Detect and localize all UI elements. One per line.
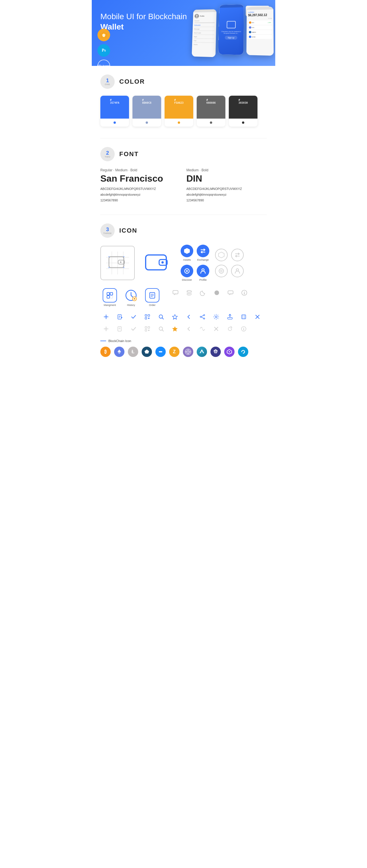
assets-icon-outline [215,249,228,261]
icon-section: 3 THREE ICON [101,223,266,357]
svg-rect-57 [148,318,149,319]
swatch-gray: #666666 [197,96,225,127]
svg-rect-55 [148,314,150,316]
svg-point-17 [108,267,110,268]
svg-marker-26 [219,252,224,258]
assets-label: Assets [183,258,191,261]
svg-rect-56 [145,317,147,319]
icon-title: ICON [119,227,137,234]
upload-icon[interactable] [225,312,234,321]
assets-icon [181,245,193,257]
section-1-badge: 1 ONE [101,74,115,89]
swatch-dark: #303030 [229,96,257,127]
color-section-header: 1 ONE COLOR [101,74,266,89]
svg-point-28 [221,270,222,272]
font-din: Medium · Bold DIN ABCDEFGHIJKLMNOPQRSTUV… [186,168,266,203]
assets-icon-item: Assets [181,245,193,261]
sf-name: San Francisco [101,173,181,184]
grid-icon [183,347,193,357]
hero-title: Mobile UI for Blockchain Wallet [101,11,192,32]
qr-icon[interactable] [143,312,152,321]
plus-icon[interactable] [102,312,111,321]
main-content: 1 ONE COLOR #3574FA #8DA0C8 #F5A623 #666… [92,66,275,374]
profile-icon [197,265,209,277]
svg-marker-84 [173,327,177,332]
blockchain-label-text: BlockChain Icon [108,339,131,343]
blockchain-line [101,341,106,341]
close-icon[interactable] [253,312,262,321]
nav-icons-filled: Assets Exchange [181,245,209,281]
svg-point-29 [236,269,238,271]
divider-2 [101,215,266,215]
icon-filled-wallet [140,246,175,280]
svg-rect-41 [173,290,178,294]
font-title: FONT [119,150,139,158]
polygon-icon [224,347,234,357]
plus-icon-gray [102,324,111,334]
profile-icon-item: Profile [197,265,209,281]
svg-point-16 [123,256,124,257]
svg-rect-32 [107,296,110,298]
svg-line-65 [201,315,204,316]
star-icon[interactable] [170,312,179,321]
swatch-blue: #3574FA [101,96,129,127]
din-chars: ABCDEFGHIJKLMNOPQRSTUVWXYZ abcdefghijklm… [186,186,266,203]
svg-rect-81 [148,330,149,331]
svg-point-36 [134,298,135,300]
utility-icons-row-blue [101,312,266,321]
svg-point-105 [229,351,230,352]
ethereum-icon [114,347,124,357]
icon-construction-area: Assets Exchange [101,245,266,281]
utility-icons-row-gray [101,324,266,334]
search-icon-gray [157,324,166,334]
svg-point-63 [200,316,201,317]
management-label: Mangment [104,304,116,307]
phone-2: Characters may be mastered in the good m… [218,4,244,55]
share-icon[interactable] [198,312,207,321]
search-icon[interactable] [157,312,166,321]
svg-point-42 [187,290,192,292]
svg-point-24 [186,270,188,272]
font-section-header: 2 TWO FONT [101,147,266,161]
section-3-badge: 3 THREE [101,223,115,238]
nano-icon [142,347,152,357]
bitcoin-icon: ₿ [101,347,111,357]
font-section: 2 TWO FONT Regular · Medium · Bold San F… [101,147,266,203]
star-icon-highlight [170,324,179,334]
chevron-left-icon[interactable] [184,312,193,321]
discover-icon-outline [215,265,228,277]
discover-label: Discover [182,278,192,281]
svg-rect-80 [145,330,147,331]
phone-3: myWallet $6,297,502.12 ... 12-298 BTC +1… [246,7,274,56]
circle-icon [212,288,221,297]
document-edit-icon[interactable] [115,312,124,321]
settings-icon[interactable] [211,312,221,321]
font-sf: Regular · Medium · Bold San Francisco AB… [101,168,181,203]
exchange-icon [197,245,209,257]
svg-point-21 [162,261,164,264]
svg-marker-22 [184,248,190,254]
qr-icon-gray [143,324,152,334]
check-icon-gray [129,324,138,334]
checkmark-icon[interactable] [129,312,138,321]
sketch-badge [97,29,110,41]
svg-point-18 [123,267,124,268]
crypto-icons-row: ₿ Ł Z [101,347,266,357]
color-section: 1 ONE COLOR #3574FA #8DA0C8 #F5A623 #666… [101,74,266,127]
ps-badge: Ps [97,44,110,57]
dash-icon [156,347,166,357]
svg-rect-78 [145,327,147,328]
exchange-icon-outline [231,249,244,261]
dark-icon [210,347,221,357]
svg-point-27 [219,269,224,273]
svg-point-66 [215,316,217,318]
svg-point-89 [244,328,244,328]
svg-marker-90 [117,349,121,353]
stack-icon [185,288,194,297]
zcash-icon: Z [169,347,179,357]
svg-rect-31 [110,292,113,295]
svg-rect-12 [109,257,124,268]
svg-point-61 [204,314,205,316]
phone-1: Profile Account Multiwallet Message Real… [192,9,217,57]
resize-icon[interactable] [239,312,248,321]
